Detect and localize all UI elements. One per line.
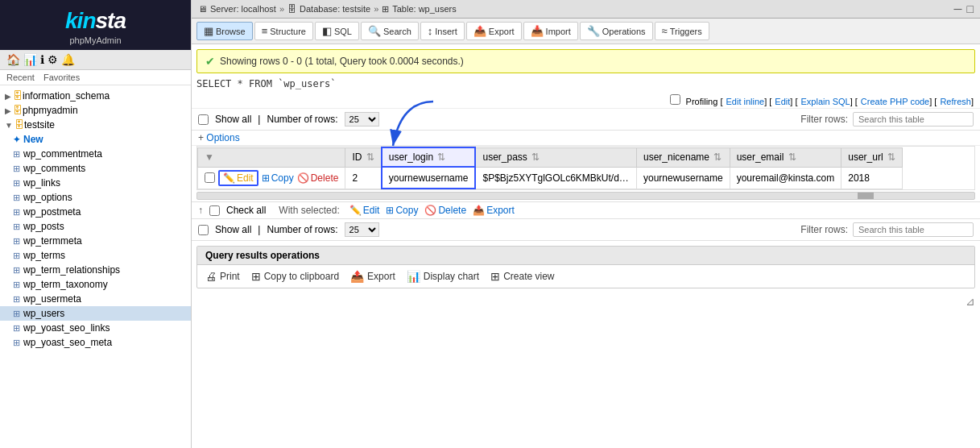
tab-insert[interactable]: ↕ Insert — [420, 22, 465, 40]
rows-select-top[interactable]: 25 50 100 — [345, 112, 379, 127]
sidebar-item-wp_termmeta[interactable]: ⊞ wp_termmeta — [0, 234, 191, 248]
with-selected-delete-link[interactable]: 🚫 Delete — [424, 205, 466, 216]
col-user_pass[interactable]: user_pass ⇅ — [475, 147, 636, 167]
copy-clipboard-icon: ⊞ — [251, 270, 261, 283]
sidebar-item-new[interactable]: ✦ New — [0, 132, 191, 147]
breadcrumb-server[interactable]: Server: localhost — [210, 4, 276, 14]
rows-select-bottom[interactable]: 25 50 100 — [345, 222, 379, 237]
sidebar-item-wp_term_taxonomy[interactable]: ⊞ wp_term_taxonomy — [0, 277, 191, 292]
sort-icon-user_email: ⇅ — [788, 151, 796, 163]
sidebar-item-wp_commentmeta[interactable]: ⊞ wp_commentmeta — [0, 147, 191, 161]
sidebar-item-wp_links[interactable]: ⊞ wp_links — [0, 176, 191, 190]
col-user_email[interactable]: user_email ⇅ — [730, 147, 841, 167]
search-table-input-bottom[interactable] — [853, 222, 974, 237]
show-all-checkbox[interactable] — [198, 114, 209, 125]
browse-icon: ▦ — [204, 25, 213, 37]
phpmyadmin-subtitle: phpMyAdmin — [10, 35, 181, 45]
sidebar-item-wp_postmeta[interactable]: ⊞ wp_postmeta — [0, 205, 191, 219]
info-icon[interactable]: ℹ — [40, 53, 44, 66]
col-user_nicename[interactable]: user_nicename ⇅ — [636, 147, 730, 167]
col-user_login[interactable]: user_login ⇅ — [382, 147, 476, 167]
sidebar-item-testsite[interactable]: ▼ 🗄 testsite — [0, 118, 191, 132]
qr-print-link[interactable]: 🖨 Print — [205, 270, 240, 283]
print-icon: 🖨 — [205, 270, 217, 283]
tab-operations[interactable]: 🔧 Operations — [580, 22, 653, 40]
sidebar-item-information_schema[interactable]: ▶ 🗄 information_schema — [0, 89, 191, 103]
home-icon[interactable]: 🏠 — [6, 53, 20, 66]
col-user_pass-label: user_pass — [482, 151, 527, 163]
col-user_url[interactable]: user_url ⇅ — [841, 147, 903, 167]
table-header-row: ▼ ID ⇅ user_login ⇅ user_pass — [198, 147, 903, 167]
qr-export-link[interactable]: 📤 Export — [350, 270, 395, 283]
chart-icon[interactable]: 📊 — [23, 53, 37, 66]
col-id-label: ID — [352, 151, 362, 163]
db-icon: 🗄 — [13, 90, 23, 102]
sidebar-item-phpmyadmin[interactable]: ▶ 🗄 phpmyadmin — [0, 103, 191, 118]
tab-export[interactable]: 📤 Export — [466, 22, 522, 40]
qr-operations-header: Query results operations — [197, 247, 974, 265]
create-php-code-link[interactable]: Create PHP code — [861, 97, 929, 106]
edit-inline-link[interactable]: Edit inline — [726, 97, 764, 106]
copy-button[interactable]: ⊞ Copy — [262, 172, 294, 184]
sidebar-item-wp_usermeta[interactable]: ⊞ wp_usermeta — [0, 292, 191, 306]
tab-structure-label: Structure — [270, 27, 306, 36]
tab-operations-label: Operations — [602, 27, 646, 36]
with-selected-edit-link[interactable]: ✏️ Edit — [349, 205, 380, 216]
show-all-checkbox-bottom[interactable] — [198, 225, 209, 235]
breadcrumb-db[interactable]: Database: testsite — [300, 4, 370, 14]
resize-icon[interactable]: ⊿ — [966, 295, 975, 308]
tab-sql[interactable]: ◧ SQL — [315, 22, 359, 40]
tab-browse[interactable]: ▦ Browse — [196, 22, 253, 40]
explain-sql-link[interactable]: Explain SQL — [801, 97, 850, 106]
options-link[interactable]: Options — [206, 132, 239, 143]
row-user_url-cell: 2018 — [841, 167, 903, 189]
sidebar-item-wp_term_relationships[interactable]: ⊞ wp_term_relationships — [0, 263, 191, 277]
sidebar-item-wp_yoast_seo_meta[interactable]: ⊞ wp_yoast_seo_meta — [0, 335, 191, 350]
sidebar-item-label: wp_usermeta — [23, 293, 81, 305]
horizontal-scrollbar[interactable] — [196, 192, 975, 200]
sidebar-icon-bar: 🏠 📊 ℹ ⚙ 🔔 — [0, 50, 191, 70]
sidebar-item-label: wp_comments — [23, 163, 85, 174]
resize-handle-area: ⊿ — [192, 293, 980, 309]
favorites-link[interactable]: Favorites — [43, 73, 80, 82]
delete-icon-bottom: 🚫 — [424, 205, 436, 216]
sidebar-item-wp_yoast_seo_links[interactable]: ⊞ wp_yoast_seo_links — [0, 321, 191, 335]
tab-structure[interactable]: ≡ Structure — [254, 22, 313, 40]
col-id[interactable]: ID ⇅ — [345, 147, 382, 167]
maximize-button[interactable]: □ — [967, 2, 974, 15]
sidebar-item-label: New — [23, 134, 43, 145]
sidebar-item-wp_comments[interactable]: ⊞ wp_comments — [0, 161, 191, 176]
settings-icon[interactable]: ⚙ — [48, 53, 58, 66]
tab-import[interactable]: 📥 Import — [523, 22, 578, 40]
profiling-checkbox[interactable] — [670, 94, 680, 105]
sidebar-item-wp_posts[interactable]: ⊞ wp_posts — [0, 219, 191, 234]
recent-link[interactable]: Recent — [6, 73, 35, 82]
sidebar-item-wp_options[interactable]: ⊞ wp_options — [0, 190, 191, 205]
sidebar-item-wp_users[interactable]: ⊞ wp_users — [0, 306, 191, 321]
refresh-link[interactable]: Refresh — [940, 97, 971, 106]
search-table-input-top[interactable] — [853, 112, 974, 127]
edit-link[interactable]: Edit — [775, 97, 790, 106]
row-checkbox[interactable] — [205, 172, 215, 183]
with-selected-copy-link[interactable]: ⊞ Copy — [386, 205, 418, 216]
delete-button[interactable]: 🚫 Delete — [297, 172, 339, 184]
filter-rows-label-top: Filter rows: — [800, 114, 848, 125]
qr-copy-clipboard-link[interactable]: ⊞ Copy to clipboard — [251, 270, 339, 283]
tab-triggers[interactable]: ≈ Triggers — [655, 22, 709, 40]
expand-icon: ▼ — [5, 121, 13, 130]
qr-create-view-link[interactable]: ⊞ Create view — [490, 270, 554, 283]
col-actions: ▼ — [198, 147, 345, 167]
tab-search[interactable]: 🔍 Search — [361, 22, 419, 40]
with-selected-export-link[interactable]: 📤 Export — [473, 205, 515, 216]
edit-button[interactable]: ✏️ Edit — [218, 170, 258, 186]
col-user_email-label: user_email — [737, 151, 784, 163]
sidebar-item-label: wp_users — [23, 308, 64, 319]
minimize-button[interactable]: ─ — [954, 2, 962, 15]
sidebar-item-wp_terms[interactable]: ⊞ wp_terms — [0, 248, 191, 263]
bell-icon[interactable]: 🔔 — [61, 53, 75, 66]
tab-search-label: Search — [383, 27, 411, 36]
breadcrumb-table[interactable]: Table: wp_users — [392, 4, 457, 14]
sidebar-item-label: wp_options — [23, 192, 72, 203]
check-all-checkbox[interactable] — [209, 205, 220, 216]
qr-display-chart-link[interactable]: 📊 Display chart — [407, 270, 479, 283]
